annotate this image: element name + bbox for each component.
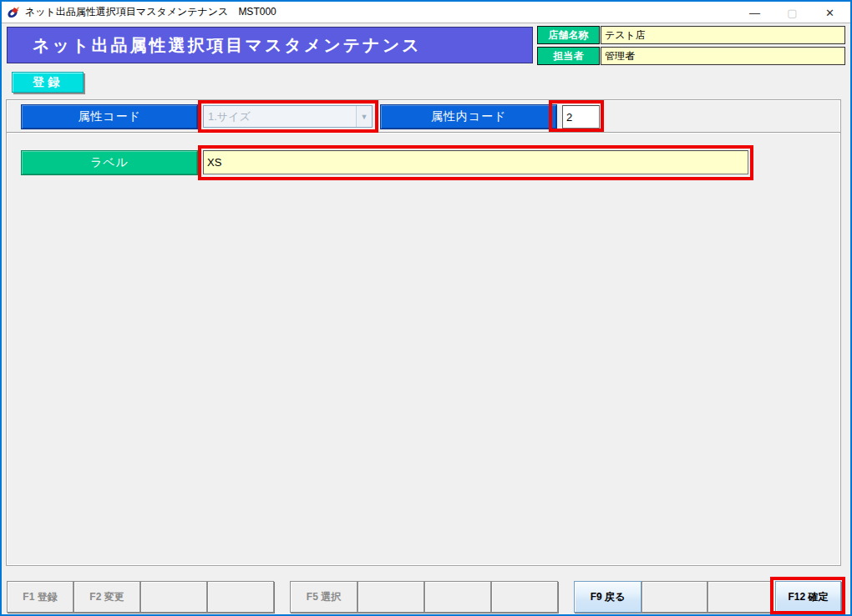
fkey-f7-empty [424, 581, 491, 613]
attr-code-select[interactable]: 1.サイズ ▼ [203, 105, 373, 128]
chevron-down-icon[interactable]: ▼ [356, 106, 372, 127]
app-window: ネット出品属性選択項目マスタメンテナンス MST000 — ▢ ✕ ネット出品属… [0, 0, 852, 616]
window-title: ネット出品属性選択項目マスタメンテナンス MST000 [25, 5, 276, 19]
fkey-f10-empty [642, 581, 707, 613]
staff-label: 担当者 [537, 47, 600, 65]
fkey-f11-empty [707, 581, 772, 613]
label-input[interactable] [203, 150, 748, 174]
fkey-f8-empty [491, 581, 558, 613]
attr-inner-code-label: 属性内コード [380, 104, 557, 129]
label-field-label: ラベル [21, 150, 198, 175]
window-controls: — ▢ ✕ [736, 2, 849, 23]
shop-name-value: テスト店 [601, 26, 845, 44]
shop-name-label: 店舗名称 [537, 26, 600, 44]
fkey-f9-back[interactable]: F9 戻る [574, 581, 642, 613]
fkey-f1-register[interactable]: F1 登録 [7, 581, 74, 613]
fkey-f6-empty [358, 581, 424, 613]
register-mode-button[interactable]: 登録 [12, 72, 84, 93]
maximize-button: ▢ [773, 2, 811, 23]
fkey-f3-empty [140, 581, 207, 613]
attr-inner-code-input[interactable] [562, 105, 600, 129]
attr-code-selected-value: 1.サイズ [204, 106, 356, 127]
page-title: ネット出品属性選択項目マスタメンテナンス [7, 27, 533, 63]
panel-divider [7, 132, 840, 134]
fkey-f4-empty [207, 581, 274, 613]
attr-code-label: 属性コード [21, 104, 198, 129]
app-icon [7, 6, 20, 19]
fkey-f5-select[interactable]: F5 選択 [290, 581, 358, 613]
fkey-f12-confirm[interactable]: F12 確定 [775, 581, 841, 613]
staff-value: 管理者 [601, 47, 845, 65]
close-button[interactable]: ✕ [811, 2, 849, 23]
minimize-button[interactable]: — [736, 2, 773, 23]
fkey-f2-change[interactable]: F2 変更 [74, 581, 140, 613]
title-bar: ネット出品属性選択項目マスタメンテナンス MST000 — ▢ ✕ [2, 2, 850, 23]
